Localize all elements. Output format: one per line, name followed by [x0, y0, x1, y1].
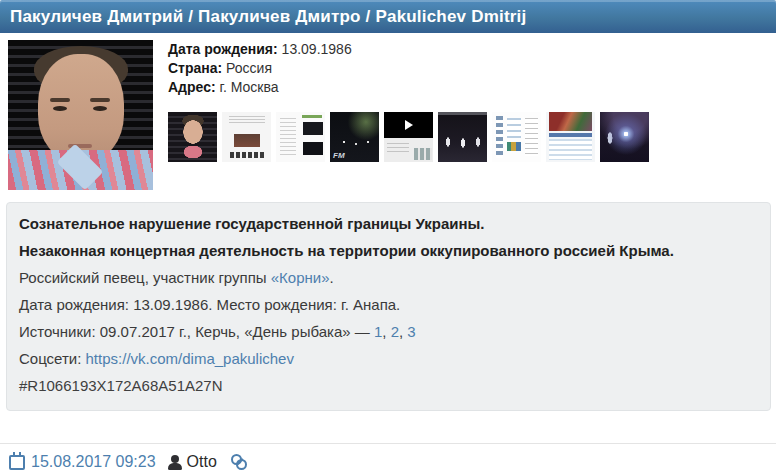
vk-profile-link[interactable]: https://vk.com/dima_pakulichev — [86, 350, 294, 367]
gallery-thumb-video-article[interactable] — [276, 112, 325, 162]
profile-summary: Дата рождения: 13.09.1986 Страна: Россия… — [0, 33, 776, 190]
source-link-2[interactable]: 2 — [391, 323, 399, 340]
user-icon-body — [168, 463, 182, 470]
gallery-thumb-profile-card[interactable] — [546, 112, 595, 162]
bio-text: . — [330, 269, 334, 286]
gallery-thumb-concert[interactable]: FM — [330, 112, 379, 162]
charge-line: Сознательное нарушение государственной г… — [19, 214, 758, 233]
profile-info-column: Дата рождения: 13.09.1986 Страна: Россия… — [168, 40, 768, 190]
bio-text: Российский певец, участник группы — [19, 269, 271, 286]
gallery-thumb-video-player[interactable] — [384, 112, 433, 162]
detail-country: Страна: Россия — [168, 59, 768, 78]
sources-text: Источники: 09.07.2017 г., Керчь, «День р… — [19, 323, 374, 340]
gallery-thumb-spotlight[interactable] — [600, 112, 649, 162]
gallery-thumb-social-feed[interactable] — [492, 112, 541, 162]
play-icon — [405, 120, 413, 130]
band-link[interactable]: «Корни» — [271, 269, 330, 286]
detail-birthdate: Дата рождения: 13.09.1986 — [168, 40, 768, 59]
detail-value: Россия — [222, 60, 272, 76]
user-icon-head — [171, 455, 179, 463]
dossier-infobox: Сознательное нарушение государственной г… — [6, 202, 771, 411]
page-title: Пакуличев Дмитрий / Пакуличев Дмитро / P… — [0, 0, 776, 33]
entry-footer: 15.08.2017 09:23 Otto — [0, 443, 776, 470]
record-id: #R1066193X172A68A51A27N — [19, 376, 758, 395]
author-name: Otto — [187, 453, 217, 470]
charge-line: Незаконная концертная деятельность на те… — [19, 241, 758, 260]
gallery-thumb-article[interactable] — [222, 112, 271, 162]
photo-brow — [50, 98, 70, 102]
detail-address: Адрес: г. Москва — [168, 78, 768, 97]
detail-value: 13.09.1986 — [278, 41, 352, 57]
social-line: Соцсети: https://vk.com/dima_pakulichev — [19, 349, 758, 368]
watermark-label: FM — [333, 151, 345, 160]
bio-line: Российский певец, участник группы «Корни… — [19, 268, 758, 287]
source-link-3[interactable]: 3 — [407, 323, 415, 340]
sources-line: Источники: 09.07.2017 г., Керчь, «День р… — [19, 322, 758, 341]
gallery-thumbnails: FM — [168, 112, 768, 162]
photo-eye — [53, 106, 67, 111]
detail-label: Дата рождения: — [168, 41, 278, 57]
photo-eye — [93, 106, 107, 111]
user-icon — [168, 455, 182, 470]
gallery-thumb-portrait[interactable] — [168, 112, 217, 162]
separator: , — [382, 323, 390, 340]
entry-date-link[interactable]: 15.08.2017 09:23 — [31, 453, 156, 470]
permalink-icon[interactable] — [231, 454, 247, 470]
profile-photo[interactable] — [8, 40, 153, 190]
detail-label: Адрес: — [168, 79, 216, 95]
detail-value: г. Москва — [216, 79, 279, 95]
calendar-icon — [9, 455, 25, 470]
photo-brow — [90, 98, 110, 102]
gallery-thumb-stage[interactable] — [438, 112, 487, 162]
profile-details: Дата рождения: 13.09.1986 Страна: Россия… — [168, 40, 768, 97]
birth-line: Дата рождения: 13.09.1986. Место рождени… — [19, 295, 758, 314]
social-label: Соцсети: — [19, 350, 86, 367]
detail-label: Страна: — [168, 60, 222, 76]
